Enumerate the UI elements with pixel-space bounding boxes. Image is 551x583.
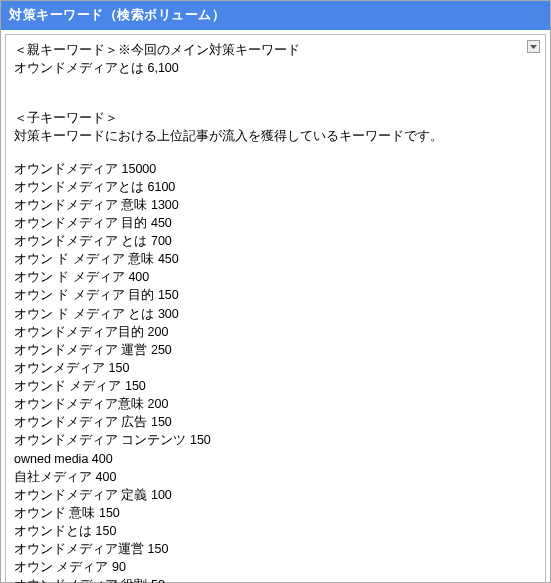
child-keyword-line: オウンドメディア コンテンツ 150 [14, 431, 537, 449]
child-keyword-line: オウン メディア 90 [14, 558, 537, 576]
child-keyword-line: オウンドメディア 意味 1300 [14, 196, 537, 214]
child-keyword-line: オウン ド メディア 意味 450 [14, 250, 537, 268]
child-keyword-line: オウンドメディア運営 150 [14, 540, 537, 558]
parent-keyword-label: ＜親キーワード＞※今回のメイン対策キーワード [14, 41, 537, 59]
list-gap [14, 150, 537, 160]
child-keyword-line: オウンドメディア 役割 50 [14, 576, 537, 583]
child-keyword-heading: ＜子キーワード＞ 対策キーワードにおける上位記事が流入を獲得しているキーワードで… [14, 109, 537, 145]
chevron-down-icon [530, 45, 537, 49]
child-keyword-line: owned media 400 [14, 450, 537, 468]
child-keyword-line: オウンドメディア とは 700 [14, 232, 537, 250]
child-keyword-line: オウンド メディア 150 [14, 377, 537, 395]
panel-header: 対策キーワード（検索ボリューム） [1, 1, 550, 30]
dropdown-toggle[interactable] [527, 40, 540, 53]
child-keyword-line: オウンドメディア目的 200 [14, 323, 537, 341]
child-keyword-line: オウンドメディア 15000 [14, 160, 537, 178]
parent-keyword-line: オウンドメディアとは 6,100 [14, 59, 537, 77]
section-gap [14, 81, 537, 109]
child-keyword-line: オウンドメディア 運営 250 [14, 341, 537, 359]
panel-body: ＜親キーワード＞※今回のメイン対策キーワード オウンドメディアとは 6,100 … [5, 34, 546, 583]
parent-keyword-section: ＜親キーワード＞※今回のメイン対策キーワード オウンドメディアとは 6,100 [14, 41, 537, 77]
child-keyword-line: オウンドメディア 広告 150 [14, 413, 537, 431]
child-keyword-line: オウンドメディア 定義 100 [14, 486, 537, 504]
child-keyword-description: 対策キーワードにおける上位記事が流入を獲得しているキーワードです。 [14, 127, 537, 145]
panel-title: 対策キーワード（検索ボリューム） [9, 7, 225, 22]
child-keyword-line: 自社メディア 400 [14, 468, 537, 486]
child-keyword-line: オウンドメディアとは 6100 [14, 178, 537, 196]
child-keyword-line: オウンドとは 150 [14, 522, 537, 540]
child-keyword-line: オウン ド メディア 400 [14, 268, 537, 286]
child-keyword-line: オウンド 意味 150 [14, 504, 537, 522]
child-keyword-list: オウンドメディア 15000オウンドメディアとは 6100オウンドメディア 意味… [14, 160, 537, 584]
svg-marker-0 [530, 45, 537, 49]
child-keyword-line: オウン ド メディア 目的 150 [14, 286, 537, 304]
child-keyword-line: オウン ド メディア とは 300 [14, 305, 537, 323]
child-keyword-label: ＜子キーワード＞ [14, 109, 537, 127]
keyword-panel: 対策キーワード（検索ボリューム） ＜親キーワード＞※今回のメイン対策キーワード … [0, 0, 551, 583]
child-keyword-line: オウンドメディア 目的 450 [14, 214, 537, 232]
panel-body-wrap: ＜親キーワード＞※今回のメイン対策キーワード オウンドメディアとは 6,100 … [1, 30, 550, 583]
child-keyword-line: オウンメディア 150 [14, 359, 537, 377]
child-keyword-line: オウンドメディア意味 200 [14, 395, 537, 413]
